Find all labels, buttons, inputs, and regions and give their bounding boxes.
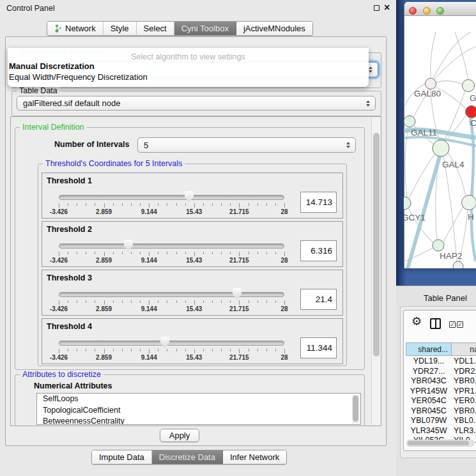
- network-canvas[interactable]: GAL80GACGAL11GAL4GCY1HHAP2: [404, 16, 476, 268]
- tick-mark: [59, 349, 59, 353]
- network-node-ga[interactable]: [463, 80, 475, 92]
- tick-mark: [140, 203, 141, 206]
- tick-mark: [59, 300, 59, 305]
- tab-impute-data[interactable]: Impute Data: [92, 450, 152, 464]
- tab-infer-network[interactable]: Infer Network: [223, 450, 286, 464]
- float-window-icon[interactable]: [374, 5, 380, 11]
- network-node-c[interactable]: [466, 106, 476, 118]
- threshold-value-field[interactable]: 11.344: [300, 337, 337, 358]
- slider-track[interactable]: [59, 341, 284, 346]
- network-edge[interactable]: [436, 81, 463, 84]
- zoom-traffic-light-icon[interactable]: [436, 7, 444, 15]
- tick-label: -3.426: [50, 305, 68, 312]
- settings-scroll-pane: Interval Definition Number of Intervals …: [10, 116, 381, 426]
- table-hscrollbar-thumb[interactable]: [408, 441, 469, 445]
- close-traffic-light-icon[interactable]: [409, 7, 417, 15]
- attribute-item-topologicalcoefficient[interactable]: TopologicalCoefficient: [37, 405, 360, 417]
- threshold-value-field[interactable]: 14.713: [300, 192, 337, 213]
- cell-shared-name: YBL079W: [406, 416, 452, 425]
- tab-cyni-toolbox[interactable]: Cyni Toolbox: [174, 22, 236, 35]
- minimize-traffic-light-icon[interactable]: [423, 7, 431, 15]
- network-node-h[interactable]: [462, 196, 476, 210]
- column-header-shared[interactable]: shared...: [406, 342, 452, 356]
- numerical-attributes-list[interactable]: SelfLoopsTopologicalCoefficientBetweenne…: [36, 393, 361, 425]
- table-row[interactable]: YDL19...YDL1...: [406, 357, 476, 367]
- tick-label: 2.859: [96, 257, 112, 264]
- spinner-arrows-icon[interactable]: [346, 142, 350, 148]
- slider-thumb[interactable]: [233, 288, 242, 300]
- tick-mark: [266, 349, 267, 351]
- slider-thumb[interactable]: [124, 240, 133, 251]
- dropdown-option-manual-discretization[interactable]: Manual Discretization: [8, 61, 369, 72]
- tab-network[interactable]: Network: [47, 22, 104, 35]
- apply-button[interactable]: Apply: [160, 429, 199, 442]
- list-scrollbar[interactable]: [352, 394, 360, 424]
- checkbox-icon[interactable]: ✓: [457, 321, 463, 328]
- tick-mark: [230, 349, 231, 351]
- tick-mark: [77, 349, 77, 351]
- network-node-gcy1[interactable]: [404, 197, 411, 210]
- network-node-label: GAL80: [414, 89, 441, 98]
- table-row[interactable]: YBL079WYBL0...: [406, 416, 476, 426]
- tick-label: 9.144: [141, 257, 157, 264]
- network-node-gal11[interactable]: [404, 116, 415, 127]
- table-row[interactable]: YDR27...YDR2...: [406, 367, 476, 377]
- tab-style[interactable]: Style: [104, 22, 137, 35]
- tick-mark: [149, 203, 150, 208]
- spinner-arrows-icon[interactable]: [366, 100, 370, 107]
- network-node[interactable]: [453, 261, 463, 268]
- threshold-value-field[interactable]: 21.4: [300, 289, 337, 310]
- slider-thumb[interactable]: [160, 337, 169, 348]
- threshold-value-field[interactable]: 6.316: [300, 240, 337, 261]
- tick-mark: [158, 252, 158, 254]
- settings-scrollbar-thumb[interactable]: [373, 133, 380, 357]
- network-node-gal80[interactable]: [426, 79, 436, 89]
- slider-thumb[interactable]: [185, 191, 194, 203]
- network-edge[interactable]: [434, 47, 476, 79]
- slider-track[interactable]: [59, 243, 284, 249]
- network-edge[interactable]: [433, 32, 471, 79]
- network-node-hap2[interactable]: [433, 240, 444, 251]
- close-icon[interactable]: ×: [384, 2, 390, 13]
- tick-label: 2.859: [96, 305, 112, 312]
- network-node-gal4[interactable]: [433, 140, 449, 157]
- tick-mark: [185, 252, 186, 254]
- attribute-item-selfloops[interactable]: SelfLoops: [37, 394, 360, 405]
- list-scrollbar-thumb[interactable]: [353, 395, 358, 422]
- spinner-arrows-icon[interactable]: [369, 66, 372, 73]
- table-hscrollbar[interactable]: [406, 440, 474, 447]
- table-row[interactable]: YER054CYER0...: [406, 396, 476, 406]
- network-edge[interactable]: [455, 32, 468, 79]
- network-edge[interactable]: [443, 206, 463, 242]
- table-row[interactable]: YBR043CYBR0...: [406, 376, 476, 387]
- tab-discretize-data[interactable]: Discretize Data: [152, 450, 223, 464]
- column-layout-icon[interactable]: [430, 318, 441, 329]
- dropdown-placeholder: Select algorithm to view settings: [8, 52, 369, 61]
- network-edge[interactable]: [443, 156, 457, 261]
- dropdown-option-equal-width-frequency-discretization[interactable]: Equal Width/Frequency Discretization: [8, 72, 369, 83]
- table-data-selected-value: galFiltered.sif default node: [23, 96, 120, 111]
- column-header-name[interactable]: na: [452, 342, 476, 356]
- table-row[interactable]: YBR045CYBR0...: [406, 406, 476, 417]
- tick-label: 28: [280, 257, 288, 264]
- gear-icon[interactable]: ⚙: [411, 316, 422, 327]
- tab-jactivemnodules[interactable]: jActiveMNodules: [236, 22, 312, 35]
- network-thick-edge[interactable]: [470, 119, 475, 260]
- tick-mark: [194, 252, 195, 256]
- table-data-combobox[interactable]: galFiltered.sif default node: [17, 96, 376, 111]
- cell-name: YLR3...: [454, 426, 476, 435]
- table-row[interactable]: YPR145WYPR1...: [406, 387, 476, 397]
- panel-title: Control Panel: [6, 4, 55, 13]
- number-of-intervals-combobox[interactable]: 5: [137, 137, 356, 153]
- table-row[interactable]: YLR345WYLR3...: [406, 426, 476, 436]
- network-edge[interactable]: [431, 32, 436, 78]
- slider-track[interactable]: [59, 292, 284, 297]
- checkbox-icon[interactable]: ✓: [449, 321, 456, 328]
- tab-select[interactable]: Select: [137, 22, 174, 35]
- tick-mark: [257, 349, 258, 351]
- tick-mark: [194, 203, 195, 208]
- settings-scrollbar[interactable]: [371, 118, 380, 425]
- tick-label: 28: [280, 208, 288, 215]
- slider-track[interactable]: [59, 195, 284, 200]
- attribute-item-betweennesscentrality[interactable]: BetweennessCentrality: [37, 416, 360, 425]
